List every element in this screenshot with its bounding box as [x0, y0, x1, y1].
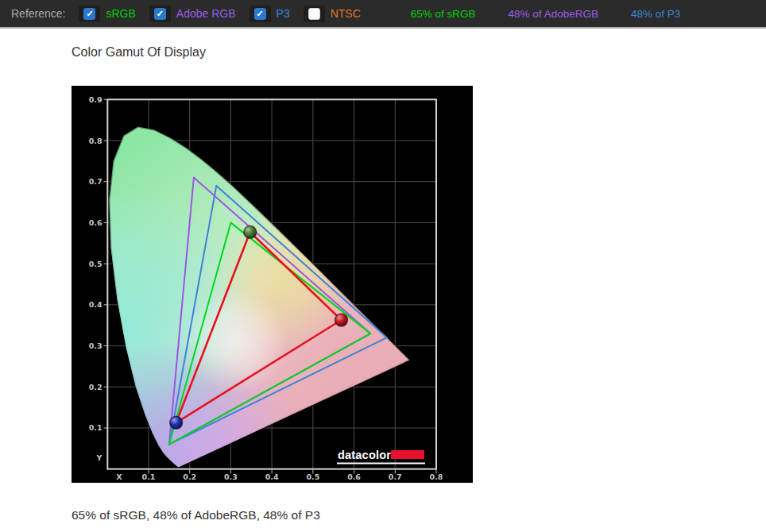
datacolor-logo-text: datacolor [338, 449, 391, 461]
chromaticity-chart-box: 0.10.20.30.40.50.60.70.80.10.20.30.40.50… [72, 86, 473, 483]
x-axis-label: X [116, 472, 122, 481]
svg-text:0.1: 0.1 [142, 472, 156, 481]
svg-text:0.8: 0.8 [89, 137, 103, 145]
svg-text:0.6: 0.6 [89, 218, 103, 227]
datacolor-logo: datacolor [337, 449, 425, 464]
reference-toolbar: Reference: ✓ sRGB ✓ Adobe RGB ✓ P3 NTSC … [0, 0, 766, 29]
blue-primary-dot [170, 416, 183, 429]
page-title: Color Gamut Of Display [72, 44, 766, 60]
datacolor-logo-red-bar [391, 450, 424, 459]
svg-text:0.2: 0.2 [183, 472, 196, 481]
reference-label: Reference: [11, 7, 65, 20]
svg-text:0.6: 0.6 [347, 472, 361, 481]
red-primary-dot [335, 314, 348, 326]
svg-text:0.3: 0.3 [224, 472, 238, 481]
checkbox-srgb-box[interactable]: ✓ [83, 8, 95, 20]
checkbox-adobe-rgb-label: Adobe RGB [176, 7, 236, 20]
stat-adobergb-coverage: 48% of AdobeRGB [509, 8, 598, 20]
checkbox-adobe-rgb-box[interactable]: ✓ [154, 8, 166, 20]
svg-text:0.4: 0.4 [89, 300, 103, 309]
stat-srgb-coverage: 65% of sRGB [411, 8, 476, 20]
svg-text:0.5: 0.5 [306, 472, 319, 481]
green-primary-dot [244, 226, 257, 238]
svg-text:0.4: 0.4 [265, 472, 279, 481]
checkbox-p3-label: P3 [277, 7, 290, 20]
checkbox-adobe-rgb-wrap: ✓ [149, 6, 171, 22]
checkbox-ntsc-wrap [304, 6, 325, 22]
svg-text:0.1: 0.1 [89, 423, 103, 432]
stat-p3-coverage: 48% of P3 [631, 8, 680, 20]
cie-chromaticity-chart: 0.10.20.30.40.50.60.70.80.10.20.30.40.50… [72, 86, 473, 483]
coverage-summary: 65% of sRGB, 48% of AdobeRGB, 48% of P3 [72, 508, 766, 522]
checkbox-srgb-label: sRGB [106, 7, 135, 20]
checkbox-ntsc-label: NTSC [331, 7, 361, 20]
checkbox-p3[interactable]: ✓ P3 [250, 6, 290, 22]
checkbox-p3-box[interactable]: ✓ [254, 8, 266, 20]
svg-text:0.7: 0.7 [89, 177, 103, 186]
svg-text:0.9: 0.9 [89, 95, 103, 104]
svg-text:0.2: 0.2 [89, 383, 103, 391]
svg-text:0.8: 0.8 [430, 472, 443, 481]
svg-text:0.7: 0.7 [389, 472, 402, 481]
checkbox-srgb[interactable]: ✓ sRGB [79, 6, 135, 22]
svg-text:0.3: 0.3 [89, 341, 103, 350]
checkbox-ntsc[interactable]: NTSC [304, 6, 361, 22]
content-area: Color Gamut Of Display 0.10.20.30.40.50.… [72, 44, 766, 522]
y-axis-label: Y [96, 453, 103, 462]
svg-text:0.5: 0.5 [89, 260, 103, 268]
coverage-stats: 65% of sRGB 48% of AdobeRGB 48% of P3 [411, 8, 680, 20]
checkbox-srgb-wrap: ✓ [79, 6, 100, 22]
checkbox-ntsc-box[interactable] [308, 8, 320, 20]
checkbox-adobe-rgb[interactable]: ✓ Adobe RGB [149, 6, 236, 22]
checkbox-p3-wrap: ✓ [250, 6, 271, 22]
